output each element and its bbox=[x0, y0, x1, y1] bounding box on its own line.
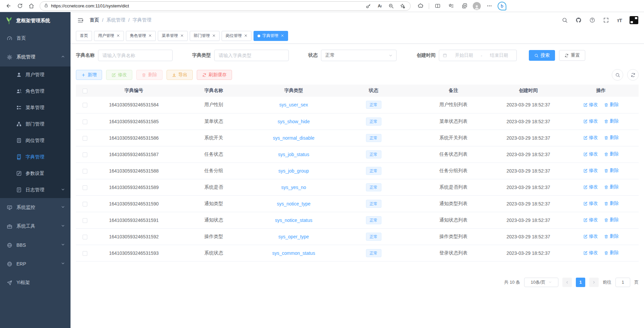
row-edit-button[interactable]: 修改 bbox=[583, 200, 598, 206]
dict-type-link[interactable]: sys_notice_status bbox=[275, 218, 312, 223]
row-checkbox[interactable] bbox=[83, 251, 87, 256]
github-icon[interactable] bbox=[576, 17, 582, 23]
tab-close-icon[interactable] bbox=[212, 34, 216, 38]
font-size-icon[interactable]: тT bbox=[617, 17, 622, 23]
select-all-checkbox[interactable] bbox=[83, 89, 87, 93]
row-edit-button[interactable]: 修改 bbox=[583, 151, 598, 157]
tab-role-mgmt[interactable]: 角色管理 bbox=[126, 31, 156, 41]
help-icon[interactable] bbox=[589, 17, 595, 23]
edit-button[interactable]: 修改 bbox=[106, 70, 132, 80]
url-text[interactable]: https://ccnetcore.com:1101/system/dict bbox=[51, 3, 361, 8]
sidebar-item-menu-mgmt[interactable]: 菜单管理 bbox=[0, 99, 71, 116]
row-edit-button[interactable]: 修改 bbox=[583, 233, 598, 239]
read-aloud-icon[interactable]: A) bbox=[375, 2, 384, 10]
row-delete-button[interactable]: 删除 bbox=[604, 118, 619, 124]
tab-post-mgmt[interactable]: 岗位管理 bbox=[222, 31, 251, 41]
refresh-table-button[interactable] bbox=[627, 69, 639, 81]
tab-close-icon[interactable] bbox=[244, 34, 247, 38]
breadcrumb-system-mgmt[interactable]: 系统管理 bbox=[106, 17, 125, 23]
user-logo-avatar[interactable] bbox=[630, 14, 637, 26]
row-edit-button[interactable]: 修改 bbox=[583, 184, 598, 190]
sidebar-collapse-icon[interactable] bbox=[77, 17, 84, 24]
sidebar-item-log-mgmt[interactable]: 日志管理 bbox=[0, 182, 71, 198]
next-page-button[interactable] bbox=[589, 278, 599, 287]
tab-close-icon[interactable] bbox=[148, 34, 152, 38]
row-checkbox[interactable] bbox=[83, 120, 87, 124]
bing-chat-icon[interactable] bbox=[498, 2, 506, 10]
sidebar-item-system-tools[interactable]: 系统工具 bbox=[0, 217, 71, 236]
tab-close-icon[interactable] bbox=[117, 34, 120, 38]
row-delete-button[interactable]: 删除 bbox=[604, 184, 619, 190]
fullscreen-icon[interactable] bbox=[603, 17, 609, 23]
search-button[interactable]: 搜索 bbox=[529, 50, 555, 61]
dict-type-link[interactable]: sys_notice_type bbox=[277, 201, 310, 206]
page-size-select[interactable]: 10条/页 bbox=[524, 278, 558, 287]
show-search-toggle-button[interactable] bbox=[612, 69, 623, 81]
profile-avatar[interactable] bbox=[473, 2, 481, 10]
date-range-picker[interactable]: 开始日期 - 结束日期 bbox=[439, 50, 517, 61]
dict-type-link[interactable]: sys_user_sex bbox=[279, 102, 308, 107]
row-edit-button[interactable]: 修改 bbox=[583, 168, 598, 174]
goto-page-input[interactable] bbox=[615, 278, 630, 287]
row-delete-button[interactable]: 删除 bbox=[604, 151, 619, 157]
export-button[interactable]: 导出 bbox=[167, 70, 193, 80]
start-date-placeholder[interactable]: 开始日期 bbox=[450, 52, 478, 58]
sidebar-item-erp[interactable]: ERP bbox=[0, 254, 71, 273]
tab-close-icon[interactable] bbox=[281, 34, 284, 38]
dict-type-link[interactable]: sys_common_status bbox=[272, 250, 315, 256]
browser-home-button[interactable] bbox=[26, 1, 36, 11]
more-menu-icon[interactable] bbox=[484, 1, 494, 11]
dict-name-input[interactable] bbox=[98, 50, 173, 61]
row-delete-button[interactable]: 删除 bbox=[604, 168, 619, 174]
row-delete-button[interactable]: 删除 bbox=[604, 217, 619, 223]
tab-user-mgmt[interactable]: 用户管理 bbox=[94, 31, 124, 41]
delete-button[interactable]: 删除 bbox=[136, 70, 163, 80]
sidebar-item-dict-mgmt[interactable]: 字典管理 bbox=[0, 149, 71, 165]
dict-type-link[interactable]: sys_oper_type bbox=[278, 234, 309, 239]
split-screen-icon[interactable] bbox=[432, 1, 443, 11]
sidebar-item-user-mgmt[interactable]: 用户管理 bbox=[0, 66, 71, 83]
row-checkbox[interactable] bbox=[83, 202, 87, 206]
add-favorite-icon[interactable] bbox=[398, 2, 407, 10]
sidebar-item-param-settings[interactable]: 参数设置 bbox=[0, 165, 71, 182]
current-page-button[interactable]: 1 bbox=[576, 278, 585, 287]
sidebar-item-system-mgmt[interactable]: 系统管理 bbox=[0, 48, 71, 66]
row-checkbox[interactable] bbox=[83, 218, 87, 223]
row-edit-button[interactable]: 修改 bbox=[583, 118, 598, 124]
add-button[interactable]: 新增 bbox=[76, 70, 102, 80]
row-checkbox[interactable] bbox=[83, 235, 87, 239]
tab-close-icon[interactable] bbox=[180, 34, 184, 38]
row-delete-button[interactable]: 删除 bbox=[604, 250, 619, 256]
reset-button[interactable]: 重置 bbox=[559, 50, 585, 61]
sidebar-item-dept-mgmt[interactable]: 部门管理 bbox=[0, 116, 71, 132]
row-delete-button[interactable]: 删除 bbox=[604, 200, 619, 206]
refresh-cache-button[interactable]: 刷新缓存 bbox=[197, 70, 232, 80]
extensions-icon[interactable] bbox=[415, 1, 425, 11]
row-checkbox[interactable] bbox=[83, 169, 87, 174]
row-checkbox[interactable] bbox=[83, 103, 87, 107]
sidebar-item-home[interactable]: 首页 bbox=[0, 29, 71, 48]
header-search-icon[interactable] bbox=[562, 17, 568, 23]
dict-type-link[interactable]: sys_normal_disable bbox=[273, 135, 315, 141]
prev-page-button[interactable] bbox=[562, 278, 572, 287]
sidebar-item-yi-framework[interactable]: Yi框架 bbox=[0, 273, 71, 292]
end-date-placeholder[interactable]: 结束日期 bbox=[485, 52, 513, 58]
status-select[interactable]: 正常 bbox=[321, 50, 397, 61]
row-checkbox[interactable] bbox=[83, 185, 87, 190]
row-edit-button[interactable]: 修改 bbox=[583, 135, 598, 141]
password-key-icon[interactable] bbox=[364, 2, 373, 10]
address-bar[interactable]: https://ccnetcore.com:1101/system/dict A… bbox=[40, 1, 411, 11]
favorites-icon[interactable] bbox=[446, 1, 456, 11]
sidebar-item-bbs[interactable]: BBS bbox=[0, 236, 71, 254]
row-edit-button[interactable]: 修改 bbox=[583, 217, 598, 223]
collections-icon[interactable] bbox=[459, 1, 469, 11]
tab-dept-mgmt[interactable]: 部门管理 bbox=[190, 31, 220, 41]
tab-home[interactable]: 首页 bbox=[76, 31, 92, 41]
dict-type-input[interactable] bbox=[214, 50, 289, 61]
row-checkbox[interactable] bbox=[83, 152, 87, 157]
dict-type-link[interactable]: sys_yes_no bbox=[281, 185, 306, 190]
browser-back-button[interactable] bbox=[3, 1, 13, 11]
row-checkbox[interactable] bbox=[83, 136, 87, 141]
browser-refresh-button[interactable] bbox=[15, 1, 25, 11]
row-delete-button[interactable]: 删除 bbox=[604, 135, 619, 141]
